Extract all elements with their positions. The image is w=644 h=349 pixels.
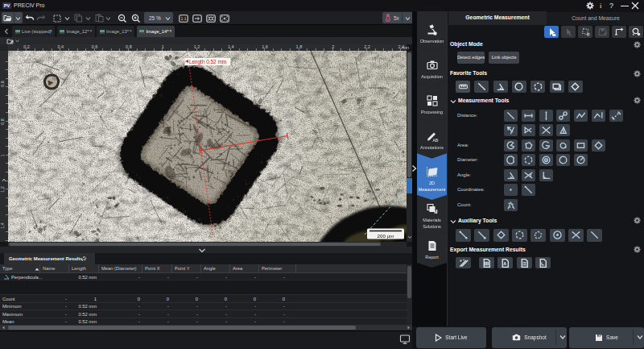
svg-text:Length 0.52 mm: Length 0.52 mm	[189, 59, 226, 65]
svg-text:1:1: 1:1	[181, 16, 187, 21]
svg-text:ABC: ABC	[432, 138, 438, 143]
svg-text:200 µm: 200 µm	[378, 233, 394, 239]
